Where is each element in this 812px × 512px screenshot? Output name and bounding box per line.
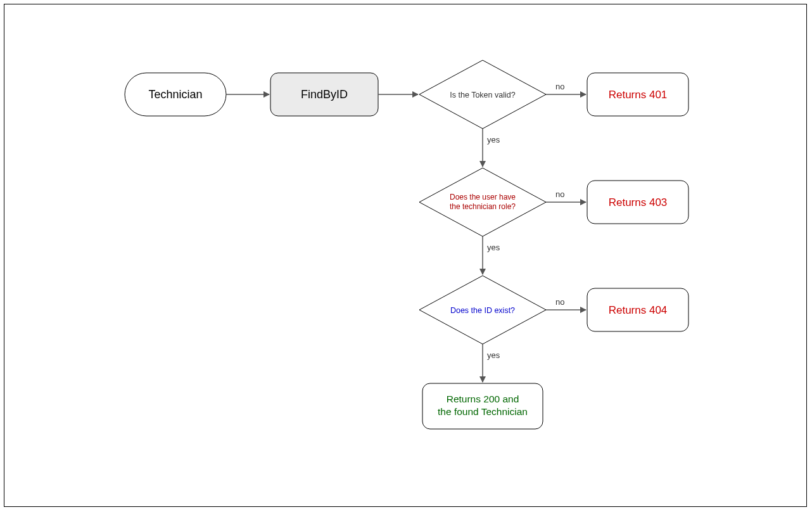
node-decision-id-label: Does the ID exist? (450, 306, 515, 315)
diagram-frame: Technician FindByID Is the Token valid? … (4, 4, 807, 507)
edge-d3-yes-label: yes (487, 350, 500, 360)
edge-d3-no-label: no (555, 297, 564, 307)
node-decision-role-label-2: the technician role? (450, 202, 516, 211)
flowchart-svg: Technician FindByID Is the Token valid? … (4, 4, 808, 508)
node-result-404-label: Returns 404 (609, 304, 668, 316)
edge-d2-yes-label: yes (487, 243, 500, 252)
node-result-404: Returns 404 (587, 288, 688, 331)
node-decision-role: Does the user have the technician role? (419, 168, 546, 236)
node-process-label: FindByID (301, 88, 348, 101)
edge-d1-yes-label: yes (487, 135, 500, 144)
node-result-200-label-2: the found Technician (438, 406, 528, 417)
node-process: FindByID (270, 73, 378, 116)
node-start: Technician (125, 73, 226, 116)
node-decision-token-label: Is the Token valid? (450, 91, 515, 99)
node-decision-role-label-1: Does the user have (450, 193, 516, 202)
edge-d1-no-label: no (555, 82, 564, 91)
node-result-401: Returns 401 (587, 73, 688, 116)
node-decision-token: Is the Token valid? (419, 60, 546, 129)
node-result-200-label-1: Returns 200 and (447, 394, 519, 404)
node-result-403-label: Returns 403 (609, 196, 668, 208)
node-decision-id: Does the ID exist? (419, 276, 546, 344)
node-start-label: Technician (148, 88, 202, 101)
node-result-401-label: Returns 401 (609, 89, 668, 101)
edge-d2-no-label: no (555, 189, 564, 199)
node-result-403: Returns 403 (587, 181, 688, 224)
node-result-200: Returns 200 and the found Technician (422, 383, 543, 429)
